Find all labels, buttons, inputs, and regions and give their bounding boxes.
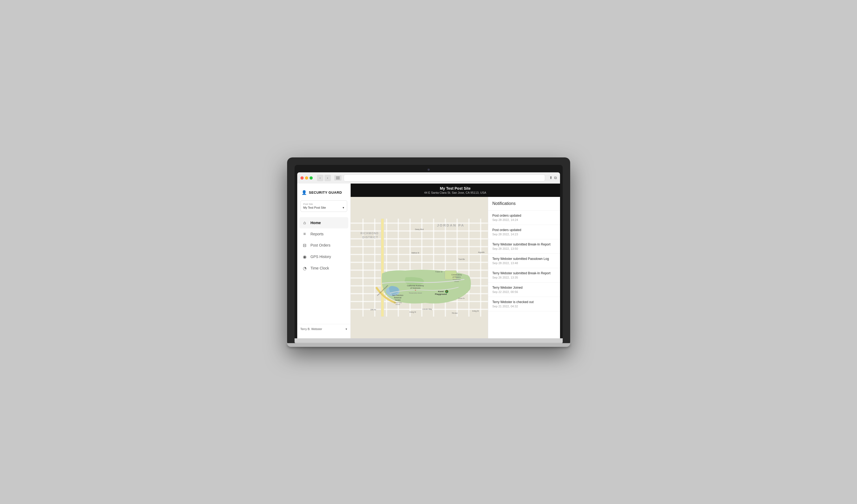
svg-rect-0 xyxy=(336,177,340,177)
notification-item: Post orders updated Sep 28 2022, 14:24 xyxy=(488,210,560,225)
svg-text:of Sciences: of Sciences xyxy=(410,287,420,289)
gps-icon: ◉ xyxy=(302,254,307,259)
notification-item: Terry Webster submitted Break-In Report … xyxy=(488,239,560,254)
home-icon: ⌂ xyxy=(302,220,307,225)
svg-text:19th Av: 19th Av xyxy=(370,309,376,311)
laptop-bottom xyxy=(295,338,563,343)
post-site-selector[interactable]: Post Site My Test Post Site ▾ xyxy=(300,201,347,212)
svg-text:Turk Blv: Turk Blv xyxy=(458,258,465,260)
minimize-button[interactable] xyxy=(305,176,308,179)
traffic-lights xyxy=(300,176,313,179)
notification-time: Sep 28 2022, 13:50 xyxy=(492,247,556,250)
site-header-address: 44 E Santa Clara St. San Jose, CA 95113,… xyxy=(353,191,557,194)
svg-rect-1 xyxy=(336,178,340,178)
forward-button[interactable]: › xyxy=(324,175,331,181)
notification-item: Terry Webster is checked out Sep 21 2022… xyxy=(488,297,560,311)
svg-text:closed: closed xyxy=(454,280,459,282)
reports-icon: ≡ xyxy=(302,231,307,237)
browser-actions: ⬆ ⧉ xyxy=(549,176,557,180)
post-site-value: My Test Post Site ▾ xyxy=(303,206,344,209)
svg-rect-24 xyxy=(456,219,457,316)
svg-text:Koret: Koret xyxy=(438,290,443,292)
sidebar: 👤 SECURITY GUARD Post Site My Test Post … xyxy=(297,184,351,338)
svg-text:JORDAN PA: JORDAN PA xyxy=(437,223,465,227)
svg-text:closed: closed xyxy=(395,303,400,305)
svg-text:Arguello: Arguello xyxy=(478,251,485,253)
svg-text:Balboa St: Balboa St xyxy=(411,252,419,254)
svg-rect-2 xyxy=(336,179,340,179)
app-content: 👤 SECURITY GUARD Post Site My Test Post … xyxy=(297,184,560,338)
svg-text:Conservatory: Conservatory xyxy=(451,274,462,276)
notification-title: Terry Webster submitted Break-In Report xyxy=(492,271,556,275)
svg-text:Irving St: Irving St xyxy=(409,311,416,313)
sidebar-button[interactable] xyxy=(334,175,341,180)
svg-text:California Academy: California Academy xyxy=(407,284,423,286)
sidebar-item-gps-history[interactable]: ◉ GPS History xyxy=(299,251,348,263)
sidebar-item-time-clock[interactable]: ◔ Time Clock xyxy=(299,263,348,274)
site-header-title: My Test Post Site xyxy=(353,186,557,191)
svg-text:Kezar Dr: Kezar Dr xyxy=(458,297,465,299)
svg-text:Geary Blvd: Geary Blvd xyxy=(415,228,423,230)
sidebar-item-label: Reports xyxy=(310,232,324,236)
svg-text:San Francisco: San Francisco xyxy=(392,294,403,296)
notifications-header: Notifications xyxy=(488,197,560,210)
duplicate-icon[interactable]: ⧉ xyxy=(554,176,557,180)
svg-text:Temporarily: Temporarily xyxy=(394,301,402,303)
svg-rect-18 xyxy=(386,219,387,316)
site-header: My Test Post Site 44 E Santa Clara St. S… xyxy=(351,184,560,197)
user-area[interactable]: Terry B. Webster ▾ xyxy=(297,324,350,334)
sidebar-item-reports[interactable]: ≡ Reports xyxy=(299,228,348,240)
back-button[interactable]: ‹ xyxy=(317,175,323,181)
main-content: My Test Post Site 44 E Santa Clara St. S… xyxy=(351,184,560,338)
svg-rect-27 xyxy=(381,219,384,316)
user-dropdown-icon: ▾ xyxy=(346,327,347,331)
notification-title: Post orders updated xyxy=(492,228,556,232)
nav-items: ⌂ Home ≡ Reports ⊟ Post Orders ◉ GPS His… xyxy=(297,217,350,324)
svg-text:Irving St: Irving St xyxy=(472,310,478,312)
dropdown-arrow-icon: ▾ xyxy=(343,206,344,209)
svg-text:DISTRICT: DISTRICT xyxy=(363,236,378,239)
share-icon[interactable]: ⬆ xyxy=(549,176,553,180)
notification-time: Sep 26 2022, 13:35 xyxy=(492,276,556,279)
logo-area: 👤 SECURITY GUARD xyxy=(297,188,350,201)
map-area[interactable]: Park Presidio Bypass JORDAN PA RICHMOND … xyxy=(351,197,488,338)
sidebar-item-label: Post Orders xyxy=(310,243,331,247)
svg-rect-9 xyxy=(351,261,488,263)
notification-time: Sep 21 2022, 04:32 xyxy=(492,305,556,308)
svg-rect-7 xyxy=(351,246,488,247)
time-clock-icon: ◔ xyxy=(302,266,307,271)
notification-title: Terry Webster submitted Passdown Log xyxy=(492,257,556,261)
svg-text:Garden: Garden xyxy=(395,299,401,301)
svg-text:Lincoln Way: Lincoln Way xyxy=(422,308,432,310)
notification-time: Sep 28 2022, 14:24 xyxy=(492,218,556,222)
url-bar[interactable] xyxy=(344,174,545,181)
notifications-panel: Notifications Post orders updated Sep 28… xyxy=(488,197,560,338)
laptop-base xyxy=(287,343,570,347)
content-area: Park Presidio Bypass JORDAN PA RICHMOND … xyxy=(351,197,560,338)
svg-text:7th Ave: 7th Ave xyxy=(452,312,457,314)
notification-time: Sep 28 2022, 13:48 xyxy=(492,261,556,265)
fullscreen-button[interactable] xyxy=(309,176,313,179)
notification-title: Terry Webster Joined xyxy=(492,286,556,290)
post-site-label: Post Site xyxy=(303,203,344,206)
browser-chrome: ‹ › ⬆ ⧉ xyxy=(297,172,560,184)
svg-text:of Flowers: of Flowers xyxy=(452,276,461,278)
app-title: SECURITY GUARD xyxy=(309,191,342,194)
svg-text:RICHMOND: RICHMOND xyxy=(360,232,379,235)
close-button[interactable] xyxy=(300,176,304,179)
sidebar-item-home[interactable]: ⌂ Home xyxy=(299,217,348,228)
sidebar-item-label: Home xyxy=(310,221,321,225)
svg-rect-8 xyxy=(351,254,488,255)
notification-item: Terry Webster submitted Break-In Report … xyxy=(488,268,560,282)
svg-rect-4 xyxy=(351,223,488,224)
svg-text:Playground: Playground xyxy=(435,293,447,295)
notification-title: Terry Webster submitted Break-In Report xyxy=(492,243,556,246)
sidebar-item-post-orders[interactable]: ⊟ Post Orders xyxy=(299,240,348,251)
svg-rect-26 xyxy=(480,219,481,316)
notification-time: Sep 22 2022, 00:56 xyxy=(492,290,556,294)
camera-dot xyxy=(427,169,430,171)
browser-nav: ‹ › xyxy=(317,175,331,181)
svg-text:Fulton St: Fulton St xyxy=(435,271,442,273)
svg-text:Temporarily: Temporarily xyxy=(452,279,460,280)
notification-title: Post orders updated xyxy=(492,214,556,218)
